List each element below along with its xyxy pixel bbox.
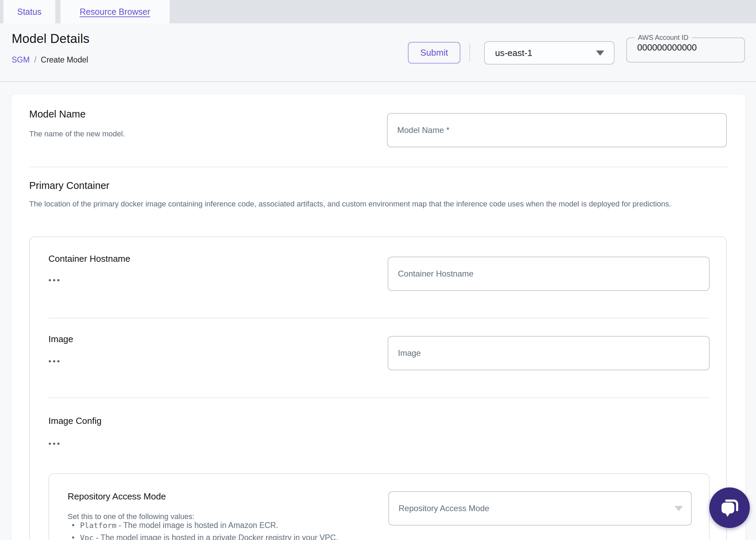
header-divider [469, 44, 470, 62]
row-divider [48, 318, 710, 318]
image-title: Image [48, 334, 73, 345]
repository-access-mode-select[interactable]: Repository Access Mode [388, 491, 692, 526]
model-name-description: The name of the new model. [29, 127, 125, 140]
caret-down-icon [596, 50, 604, 56]
list-item: Platform - The model image is hosted in … [72, 521, 338, 530]
image-expand-toggle[interactable]: ••• [48, 357, 61, 366]
option-code: Platform [80, 521, 116, 530]
primary-container-group: Container Hostname ••• Image ••• Image C… [29, 236, 727, 540]
option-text: - The model image is hosted in Amazon EC… [118, 521, 278, 530]
repository-access-mode-title: Repository Access Mode [68, 491, 166, 502]
submit-button[interactable]: Submit [408, 42, 460, 64]
model-details-card: Model Name The name of the new model. Pr… [11, 94, 746, 540]
container-hostname-expand-toggle[interactable]: ••• [48, 275, 61, 285]
region-select-value: us-east-1 [495, 48, 532, 58]
row-divider [48, 397, 710, 398]
image-config-title: Image Config [48, 416, 102, 426]
section-divider [29, 167, 728, 167]
tab-status[interactable]: Status [3, 0, 55, 23]
option-code: Vpc [80, 533, 94, 540]
image-input[interactable] [388, 336, 710, 370]
image-config-group: Repository Access Mode Set this to one o… [48, 473, 710, 540]
caret-down-icon [675, 506, 683, 511]
aws-account-id-input[interactable] [627, 42, 744, 56]
primary-container-description: The location of the primary docker image… [29, 197, 728, 211]
container-hostname-input[interactable] [388, 257, 710, 291]
list-item: Vpc - The model image is hosted in a pri… [72, 533, 338, 540]
repository-access-mode-options-list: Platform - The model image is hosted in … [72, 521, 338, 540]
tab-bar: Status Resource Browser [0, 0, 756, 23]
page-title: Model Details [12, 32, 90, 46]
breadcrumb-separator: / [34, 55, 36, 65]
model-name-input[interactable] [387, 113, 727, 147]
breadcrumb: SGM / Create Model [12, 55, 88, 65]
breadcrumb-current: Create Model [41, 55, 88, 65]
aws-account-id-field: AWS Account ID [626, 34, 745, 63]
tab-resource-browser[interactable]: Resource Browser [60, 0, 170, 23]
container-hostname-title: Container Hostname [48, 254, 130, 264]
option-text: - The model image is hosted in a private… [96, 533, 338, 540]
image-config-expand-toggle[interactable]: ••• [48, 439, 61, 449]
breadcrumb-root-link[interactable]: SGM [12, 55, 30, 65]
primary-container-title: Primary Container [29, 180, 110, 191]
model-name-title: Model Name [29, 109, 85, 120]
tab-status-label: Status [17, 7, 42, 17]
chat-bubbles-icon [718, 496, 741, 519]
page-header: Model Details SGM / Create Model Submit … [0, 23, 756, 82]
aws-account-id-label: AWS Account ID [634, 34, 692, 42]
tab-resource-browser-label: Resource Browser [80, 7, 150, 17]
chat-widget-button[interactable] [709, 487, 750, 528]
region-select[interactable]: us-east-1 [484, 41, 615, 65]
repository-access-mode-placeholder: Repository Access Mode [399, 504, 489, 513]
